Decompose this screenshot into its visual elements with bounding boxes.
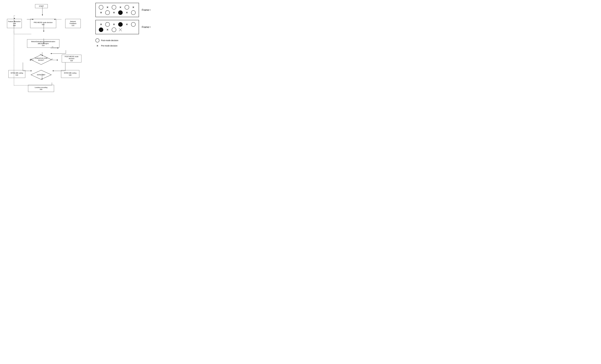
inter-mb-coding-box: INTER-MB coding540: [61, 70, 79, 78]
svg-line-50: [119, 28, 122, 31]
cell-x-t2: ×: [112, 22, 116, 27]
cell-circle-t1: [105, 22, 110, 27]
cell-circle-filled-t1: [118, 22, 123, 27]
svg-text:Employed pre-mode: Employed pre-mode: [35, 57, 47, 59]
legend-post-mode: Post-mode decision: [95, 39, 150, 42]
network-feedback-box: NetworkFeedback570: [65, 19, 81, 28]
svg-marker-36: [52, 70, 54, 71]
cell-circle-filled-t2: [99, 28, 103, 32]
frame-t-minus-1-label: Frame t-1: [142, 9, 150, 11]
cell-circle-filled-1: [118, 10, 123, 15]
cell-x-1: ×: [105, 5, 110, 10]
cell-x-t4: ×: [105, 28, 110, 32]
page-container: START Feature ExtractionUnit560 PRE-ME/S…: [0, 0, 150, 93]
frame-t-minus-1-section: × × × × × × Frame t-1: [95, 3, 150, 17]
svg-marker-29: [57, 59, 58, 61]
legend-x-icon: ×: [95, 44, 99, 48]
svg-marker-6: [42, 14, 43, 16]
legend-pre-mode: × Pre-mode decision: [95, 44, 150, 48]
intra-mb-coding-label: INTRA-MB coding530: [11, 72, 23, 76]
intra-mb-coding-box: INTRA-MB coding530: [9, 70, 25, 78]
svg-line-51: [119, 28, 122, 31]
me-se-engine-label: MotionEstimation/Spatialestimation(ME/SE…: [31, 40, 55, 47]
cell-x-dots: [118, 28, 123, 32]
post-me-se-label: POST-ME/SE modedecision520: [65, 56, 79, 62]
flowchart: START Feature ExtractionUnit560 PRE-ME/S…: [3, 3, 90, 90]
feature-extraction-label: Feature ExtractionUnit560: [8, 20, 21, 27]
cell-x-5: ×: [112, 10, 116, 15]
cell-circle-2: [112, 5, 116, 10]
cell-circle-t3: [112, 28, 116, 32]
svg-text:decision?: decision?: [38, 59, 44, 61]
frame-t-minus-1-box: × × × × × ×: [95, 3, 139, 17]
inter-mb-coding-label: INTER-MB coding540: [64, 72, 77, 76]
cell-circle-5: [131, 10, 136, 15]
legend-section: Post-mode decision × Pre-mode decision: [95, 39, 150, 48]
cell-x-t1: ×: [99, 22, 103, 27]
legend-circle-icon: [95, 39, 99, 42]
svg-marker-12: [43, 31, 44, 32]
frame-t-box: × × × ×: [95, 20, 139, 34]
cell-circle-1: [99, 5, 103, 10]
lossless-encoding-box: Lossless encoding550: [28, 85, 54, 92]
svg-text:INTRA-MB?: INTRA-MB?: [37, 74, 45, 76]
cell-x-t3: ×: [125, 22, 129, 27]
start-box: START: [35, 4, 48, 8]
cell-x-6: ×: [125, 10, 129, 15]
lossless-encoding-label: Lossless encoding550: [35, 87, 47, 90]
legend-pre-mode-label: Pre-mode decision: [101, 45, 118, 47]
me-se-engine-box: MotionEstimation/Spatialestimation(ME/SE…: [27, 39, 59, 48]
start-label: START: [39, 5, 44, 7]
frame-t-section: × × × × Frame t: [95, 20, 150, 34]
cell-x-3: ×: [131, 5, 136, 10]
cell-circle-3: [125, 5, 129, 10]
cell-x-4: ×: [99, 10, 103, 15]
post-me-se-box: POST-ME/SE modedecision520: [62, 55, 81, 62]
cell-circle-t2: [131, 22, 136, 27]
network-feedback-label: NetworkFeedback570: [70, 20, 76, 27]
cell-circle-4: [105, 10, 110, 15]
feature-extraction-box: Feature ExtractionUnit560: [7, 19, 22, 28]
svg-marker-24: [50, 53, 52, 54]
pre-me-se-box: PRE-ME/SE mode decision500: [30, 19, 56, 28]
right-panel: × × × × × × Frame t-1 × ×: [90, 3, 150, 90]
employed-pre-mode-diamond: Employed pre-mode decision?: [30, 54, 52, 66]
pre-me-se-label: PRE-ME/SE mode decision500: [34, 21, 53, 26]
intra-mb-diamond: INTRA-MB?: [30, 70, 52, 80]
legend-post-mode-label: Post-mode decision: [101, 39, 118, 41]
frame-t-label: Frame t: [142, 26, 150, 29]
cell-x-2: ×: [118, 5, 123, 10]
